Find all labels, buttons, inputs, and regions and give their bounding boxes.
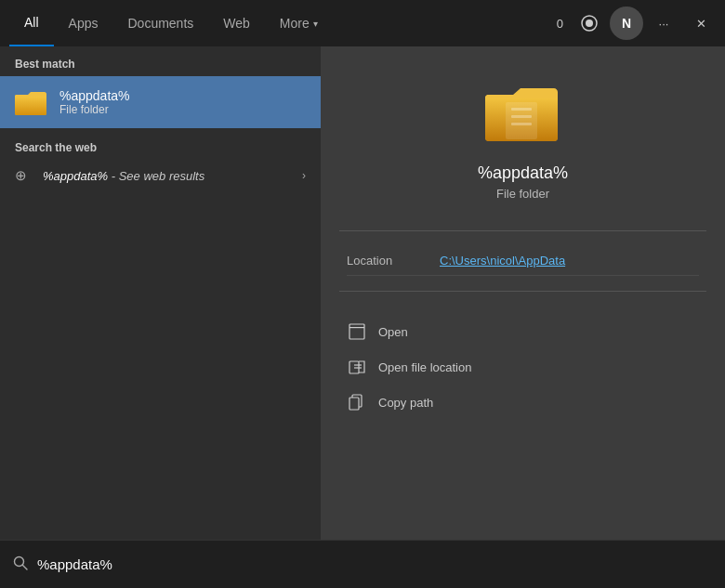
best-match-title: %appdata%	[59, 88, 130, 103]
svg-point-1	[586, 20, 593, 27]
search-input[interactable]	[37, 556, 712, 572]
right-panel: %appdata% File folder Location C:\Users\…	[321, 46, 725, 540]
svg-rect-3	[15, 95, 46, 115]
right-panel-folder-name: %appdata%	[478, 163, 568, 183]
open-file-location-icon	[347, 357, 367, 377]
web-result-arrow-icon: ›	[302, 169, 306, 182]
divider-2	[339, 291, 706, 292]
svg-rect-10	[349, 324, 364, 339]
best-match-label: Best match	[0, 46, 321, 76]
search-bar-icon	[13, 555, 28, 573]
open-icon	[347, 321, 367, 342]
tab-apps[interactable]: Apps	[54, 0, 113, 46]
best-match-text: %appdata% File folder	[59, 88, 130, 116]
copy-path-label: Copy path	[378, 396, 433, 410]
svg-point-17	[15, 557, 24, 567]
svg-rect-9	[506, 102, 537, 139]
divider-1	[339, 230, 706, 231]
cortana-icon-btn[interactable]	[573, 7, 606, 40]
actions-list: Open Open file location	[339, 314, 706, 420]
open-label: Open	[378, 325, 408, 339]
cortana-icon	[580, 14, 599, 33]
result-count: 0	[551, 17, 569, 31]
details-table: Location C:\Users\nicol\AppData	[339, 246, 706, 276]
search-web-icon: ⊕	[15, 167, 32, 184]
best-match-subtitle: File folder	[59, 103, 130, 116]
svg-line-18	[23, 566, 28, 570]
top-nav: All Apps Documents Web More ▾ 0 N ···	[0, 0, 725, 46]
left-panel: Best match %appdata% File fol	[0, 46, 321, 540]
chevron-down-icon: ▾	[313, 19, 318, 29]
folder-display: %appdata% File folder	[478, 74, 568, 201]
location-value[interactable]: C:\Users\nicol\AppData	[440, 254, 565, 268]
location-row: Location C:\Users\nicol\AppData	[347, 246, 699, 276]
nav-tabs: All Apps Documents Web More ▾	[9, 0, 551, 46]
folder-icon-large	[485, 74, 560, 152]
right-panel-folder-type: File folder	[496, 187, 549, 201]
copy-path-action[interactable]: Copy path	[347, 385, 699, 420]
best-match-item[interactable]: %appdata% File folder	[0, 76, 321, 128]
svg-rect-16	[349, 398, 359, 410]
nav-right: 0 N ··· ✕	[551, 7, 725, 40]
open-file-location-action[interactable]: Open file location	[347, 349, 699, 385]
svg-rect-11	[349, 327, 364, 328]
copy-path-icon	[347, 392, 367, 412]
tab-documents[interactable]: Documents	[112, 0, 208, 46]
location-label: Location	[347, 254, 440, 268]
search-bar	[0, 540, 725, 588]
web-result-item[interactable]: ⊕ %appdata% - See web results ›	[0, 160, 321, 191]
more-options-btn[interactable]: ···	[647, 7, 680, 40]
open-file-location-label: Open file location	[378, 360, 471, 374]
close-button[interactable]: ✕	[684, 7, 718, 40]
tab-web[interactable]: Web	[208, 0, 265, 46]
open-action[interactable]: Open	[347, 314, 699, 349]
tab-all[interactable]: All	[9, 0, 54, 46]
user-avatar-btn[interactable]: N	[610, 7, 643, 40]
web-result-text: %appdata% - See web results	[43, 169, 291, 183]
main-content: Best match %appdata% File fol	[0, 46, 725, 540]
tab-more[interactable]: More ▾	[265, 0, 333, 46]
folder-icon-small	[15, 85, 48, 119]
web-section-label: Search the web	[0, 128, 321, 160]
